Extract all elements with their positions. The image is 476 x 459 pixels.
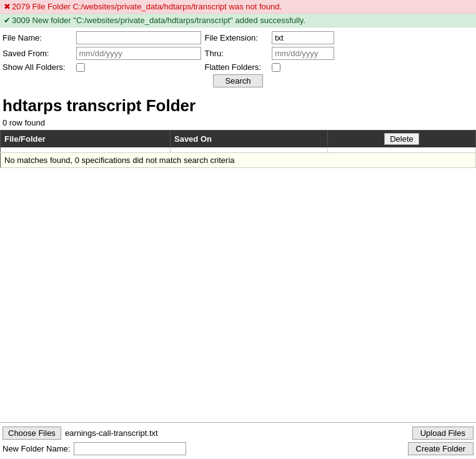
row-count: 0 row found — [0, 117, 476, 130]
col-file-folder: File/Folder — [1, 131, 171, 148]
success-banner: ✔3009 New folder "C:/websites/private_da… — [0, 14, 476, 27]
thru-label: Thru: — [205, 49, 268, 58]
search-area: File Name: File Extension: Saved From: T… — [0, 27, 476, 91]
error-message: 2079 File Folder C:/websites/private_dat… — [12, 2, 282, 11]
flatten-folders-checkbox[interactable] — [272, 63, 280, 72]
no-match-row: No matches found, 0 specifications did n… — [1, 153, 476, 168]
folder-title: hdtarps transcript Folder — [0, 91, 476, 117]
file-extension-label: File Extension: — [205, 33, 268, 42]
error-banner: ✖2079 File Folder C:/websites/private_da… — [0, 0, 476, 14]
thru-input[interactable] — [272, 47, 334, 60]
table-header-row: File/Folder Saved On Delete — [1, 131, 476, 148]
separator-row — [1, 147, 476, 153]
search-form: File Name: File Extension: Saved From: T… — [2, 31, 474, 72]
error-icon: ✖ — [4, 2, 11, 11]
file-extension-input[interactable] — [272, 31, 334, 44]
col-saved-on: Saved On — [170, 131, 327, 148]
show-all-folders-label: Show All Folders: — [2, 62, 72, 72]
delete-button[interactable]: Delete — [384, 133, 419, 145]
search-btn-row: Search — [2, 74, 474, 87]
col-delete: Delete — [328, 131, 476, 148]
search-button[interactable]: Search — [213, 74, 262, 87]
file-table: File/Folder Saved On Delete No matches f… — [0, 130, 476, 168]
show-all-folders-checkbox[interactable] — [76, 63, 85, 72]
saved-from-label: Saved From: — [2, 49, 72, 58]
saved-from-input[interactable] — [76, 47, 201, 60]
success-message: 3009 New folder "C:/websites/private_dat… — [12, 16, 305, 25]
success-icon: ✔ — [4, 16, 11, 25]
no-match-message: No matches found, 0 specifications did n… — [1, 153, 476, 168]
file-name-input[interactable] — [76, 31, 201, 44]
flatten-folders-label: Flatten Folders: — [205, 62, 268, 72]
file-name-label: File Name: — [2, 33, 72, 42]
